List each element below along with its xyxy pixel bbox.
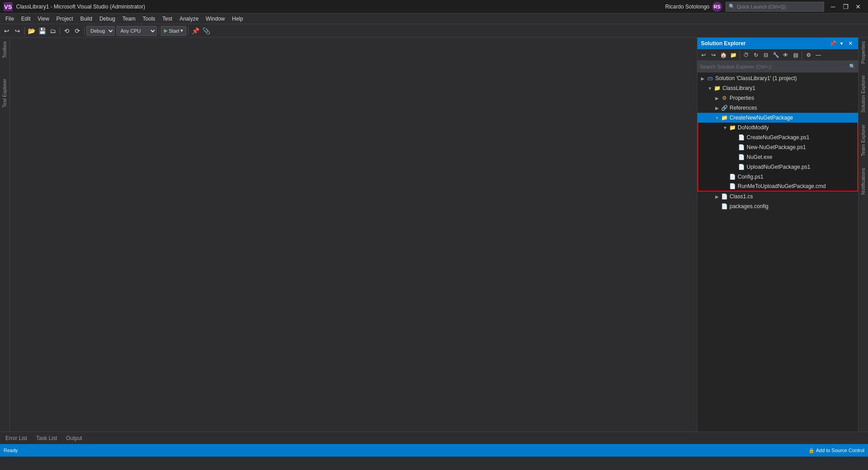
window-title: ClassLibrary1 - Microsoft Visual Studio …: [16, 4, 665, 10]
quick-launch-text[interactable]: Quick Launch (Ctrl+Q): [737, 4, 786, 9]
toolbar-redo-button[interactable]: ⟳: [73, 26, 82, 36]
menu-team[interactable]: Team: [119, 15, 139, 23]
se-refresh-btn[interactable]: ↻: [752, 51, 761, 60]
toolbar-forward-button[interactable]: ↪: [13, 26, 22, 36]
left-panel-tabs: Toolbox Test Explorer: [0, 38, 10, 432]
lock-icon: 🔒: [808, 448, 815, 453]
create-nuget-expand-icon: ▼: [713, 114, 721, 121]
toolbox-tab[interactable]: Toolbox: [0, 38, 9, 62]
menu-help[interactable]: Help: [228, 15, 247, 23]
se-search-icon: 🔍: [849, 64, 855, 69]
tree-packages-config[interactable]: 📄 packages.config: [697, 201, 858, 211]
close-button[interactable]: ✕: [852, 2, 864, 12]
toolbar: ↩ ↪ 📂 💾 🗂 ⟲ ⟳ Debug Any CPU ▶ Start ▾ 📌 …: [0, 24, 868, 38]
tree-uploadNuGetPs1[interactable]: 📄 UploadNuGetPackage.ps1: [698, 162, 857, 172]
menu-window[interactable]: Window: [202, 15, 228, 23]
source-control-label: Add to Source Control: [816, 448, 864, 453]
status-left: Ready: [4, 448, 18, 453]
menu-analyze[interactable]: Analyze: [176, 15, 202, 23]
menu-build[interactable]: Build: [77, 15, 96, 23]
se-settings-btn[interactable]: ⚙: [804, 51, 813, 60]
se-dropdown-button[interactable]: ▾: [838, 39, 846, 47]
newNuGetPs1-expand-icon: [730, 144, 738, 151]
tree-donotmodify[interactable]: ▼ 📁 DoNotModify: [698, 123, 857, 132]
team-explorer-side-tab[interactable]: Team Explorer: [859, 121, 868, 160]
status-source-control[interactable]: 🔒 Add to Source Control: [808, 448, 864, 453]
donotmodify-icon: 📁: [729, 124, 736, 131]
createNuGetPs1-icon: 📄: [738, 134, 745, 141]
se-collapse-btn[interactable]: ⊟: [761, 51, 770, 60]
tree-newNuGetPs1[interactable]: 📄 New-NuGetPackage.ps1: [698, 142, 857, 152]
se-preview-btn[interactable]: 👁: [781, 51, 790, 60]
status-right: 🔒 Add to Source Control: [808, 448, 864, 453]
user-avatar: RS: [712, 2, 722, 12]
se-search-bar: 🔍: [697, 61, 858, 73]
minimize-button[interactable]: ─: [827, 2, 839, 12]
se-home-btn[interactable]: 🏠: [719, 51, 728, 60]
configPs1-label: Config.ps1: [738, 174, 763, 180]
toolbar-separator-4: [159, 27, 159, 35]
class1cs-expand-icon: ▶: [713, 193, 721, 200]
se-close-button[interactable]: ✕: [847, 39, 855, 47]
se-more-btn[interactable]: —: [814, 51, 823, 60]
toolbar-pin-button[interactable]: 📎: [201, 26, 211, 36]
se-pin-button[interactable]: 📌: [829, 39, 837, 47]
tree-nugetExe[interactable]: 📄 NuGet.exe: [698, 152, 857, 162]
solution-explorer: Solution Explorer 📌 ▾ ✕ ↩ ↪ 🏠 📁 ⏱ ↻ ⊟ 🔧 …: [697, 38, 858, 432]
se-fwd-btn[interactable]: ↪: [709, 51, 718, 60]
menu-project[interactable]: Project: [53, 15, 77, 23]
tree-configPs1[interactable]: 📄 Config.ps1: [698, 172, 857, 182]
notifications-side-tab[interactable]: Notifications: [859, 164, 868, 198]
donotmodify-expand-icon: ▼: [722, 124, 729, 131]
tree-properties[interactable]: ▶ ⚙ Properties: [697, 93, 858, 103]
tree-solution[interactable]: ▶ 🗃 Solution 'ClassLibrary1' (1 project): [697, 73, 858, 83]
tree-class1cs[interactable]: ▶ 📄 Class1.cs: [697, 192, 858, 201]
nugetExe-label: NuGet.exe: [747, 154, 772, 160]
se-search-input[interactable]: [700, 64, 849, 69]
menu-tools[interactable]: Tools: [139, 15, 159, 23]
se-sync-btn[interactable]: ⏱: [742, 51, 751, 60]
test-explorer-tab[interactable]: Test Explorer: [0, 75, 9, 111]
menu-file[interactable]: File: [2, 15, 17, 23]
toolbar-attach-button[interactable]: 📌: [190, 26, 200, 36]
menu-test[interactable]: Test: [159, 15, 176, 23]
toolbar-open-button[interactable]: 📂: [26, 26, 36, 36]
status-ready: Ready: [4, 448, 18, 453]
task-list-tab[interactable]: Task List: [34, 434, 59, 442]
solution-label: Solution 'ClassLibrary1' (1 project): [715, 75, 797, 81]
tree-classlibrary1[interactable]: ▼ 📁 ClassLibrary1: [697, 83, 858, 93]
solution-explorer-side-tab[interactable]: Solution Explorer: [859, 72, 868, 116]
tree-create-nuget[interactable]: ▼ 📁 CreateNewNuGetPackage: [697, 113, 858, 123]
se-filter-btn[interactable]: ▤: [791, 51, 800, 60]
restore-button[interactable]: ❐: [839, 2, 852, 12]
classlibrary1-icon: 📁: [713, 85, 721, 92]
packages-config-expand-icon: [713, 203, 721, 210]
user-name: Ricardo Sotolongo: [665, 4, 709, 10]
error-list-tab[interactable]: Error List: [4, 434, 29, 442]
uploadNuGetPs1-icon: 📄: [738, 163, 745, 171]
toolbar-save-button[interactable]: 💾: [37, 26, 47, 36]
se-back-btn[interactable]: ↩: [699, 51, 708, 60]
right-vertical-tabs: Properties Solution Explorer Team Explor…: [858, 38, 868, 432]
menu-debug[interactable]: Debug: [96, 15, 119, 23]
toolbar-separator-3: [84, 27, 85, 35]
debug-config-dropdown[interactable]: Debug: [86, 26, 115, 36]
start-button[interactable]: ▶ Start ▾: [161, 26, 186, 36]
se-folder-btn[interactable]: 📁: [729, 51, 738, 60]
menu-view[interactable]: View: [34, 15, 53, 23]
start-play-icon: ▶: [164, 28, 168, 34]
toolbar-separator-1: [24, 27, 25, 35]
toolbar-undo-button[interactable]: ⟲: [62, 26, 72, 36]
tree-createNuGetPs1[interactable]: 📄 CreateNuGetPackage.ps1: [698, 132, 857, 142]
createNuGetPs1-label: CreateNuGetPackage.ps1: [747, 134, 809, 141]
tree-references[interactable]: ▶ 🔗 References: [697, 103, 858, 113]
se-properties-btn[interactable]: 🔧: [771, 51, 780, 60]
menu-edit[interactable]: Edit: [17, 15, 34, 23]
tree-runMeToUpload[interactable]: 📄 RunMeToUploadNuGetPackage.cmd: [698, 182, 857, 192]
output-tab[interactable]: Output: [64, 434, 84, 442]
toolbar-save-all-button[interactable]: 🗂: [48, 26, 58, 36]
class1cs-label: Class1.cs: [730, 193, 753, 200]
platform-dropdown[interactable]: Any CPU: [116, 26, 157, 36]
properties-side-tab[interactable]: Properties: [859, 38, 868, 67]
toolbar-back-button[interactable]: ↩: [2, 26, 12, 36]
